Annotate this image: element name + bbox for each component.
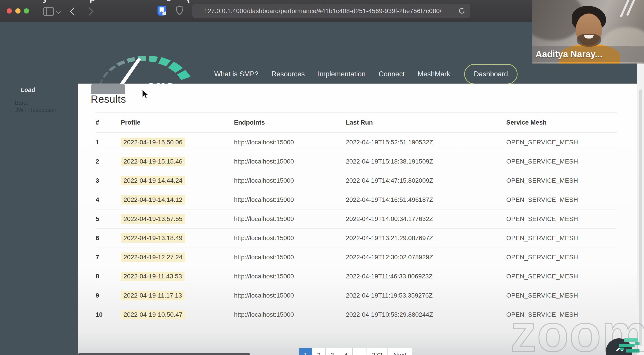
page-button-2[interactable]: 2 [312, 348, 326, 355]
table-header-row: # Profile Endpoints Last Run Service Mes… [96, 112, 617, 133]
profile-link[interactable]: 2022-04-19-15.15.46 [121, 157, 185, 166]
col-header-endpoints: Endpoints [234, 119, 346, 126]
screen: 127.0.0.1:4000/dashboard/performance/#41… [0, 0, 644, 355]
page-button-4[interactable]: 4 [339, 348, 352, 355]
dashboard-button[interactable]: Dashboard [464, 64, 518, 84]
vertical-scrollbar-thumb[interactable] [639, 89, 642, 346]
back-button[interactable] [70, 8, 78, 16]
profile-link[interactable]: 2022-04-19-14.44.24 [121, 176, 185, 185]
horizontal-scrollbar-thumb[interactable] [78, 353, 250, 355]
nav-connect[interactable]: Connect [379, 70, 404, 78]
page-button-1[interactable]: 1 [299, 348, 312, 355]
vertical-scrollbar[interactable] [637, 22, 644, 355]
table-row[interactable]: 9 2022-04-19-11.17.13 http://localhost:1… [96, 286, 617, 305]
sidebar-item-burst[interactable]: Burst [15, 100, 28, 106]
pagination: 1 2 3 4 272 Next [299, 348, 412, 355]
profile-link[interactable]: 2022-04-19-11.17.13 [121, 291, 184, 300]
nav-meshmark[interactable]: MeshMark [418, 70, 450, 78]
table-row[interactable]: 2 2022-04-19-15.15.46 http://localhost:1… [96, 152, 617, 171]
profile-link[interactable]: 2022-04-19-15.50.06 [121, 138, 185, 147]
shield-extension-icon[interactable] [176, 6, 184, 16]
title-fragment: ( [187, 0, 190, 3]
title-fragment: y [43, 0, 48, 3]
password-extension-icon[interactable] [158, 6, 166, 16]
participant-name: Aaditya Naray... [536, 49, 602, 59]
title-fragment: 6 [166, 0, 171, 3]
sidebar-item-jwt-revocation[interactable]: JWT Revocation [15, 107, 56, 113]
profile-link[interactable]: 2022-04-19-10.50.47 [121, 310, 185, 319]
nav-what-is-smp[interactable]: What is SMP? [214, 70, 258, 78]
mouse-cursor [141, 89, 151, 101]
main-nav: What is SMP? Resources Implementation Co… [214, 64, 518, 85]
participant-name-bar: Aaditya Naray... [532, 46, 644, 62]
table-row[interactable]: 8 2022-04-19-11.43.53 http://localhost:1… [96, 267, 617, 286]
page-button-3[interactable]: 3 [326, 348, 339, 355]
table-row[interactable]: 5 2022-04-19-13.57.55 http://localhost:1… [96, 209, 617, 229]
page-button-next[interactable]: Next [388, 348, 412, 355]
browser-sidebar-icon[interactable] [43, 7, 54, 16]
table-row[interactable]: 3 2022-04-19-14.44.24 http://localhost:1… [96, 171, 617, 190]
webcam-video-tile[interactable]: Aaditya Naray... [532, 0, 644, 64]
smp-s-logo-icon [619, 338, 640, 354]
col-header-lastrun: Last Run [346, 119, 506, 126]
chevron-down-icon[interactable] [56, 9, 61, 14]
profile-link[interactable]: 2022-04-19-14.14.12 [121, 195, 185, 205]
page-button-ellipsis[interactable] [352, 348, 367, 355]
profile-link[interactable]: 2022-04-19-13.57.55 [121, 214, 185, 224]
profile-link[interactable]: 2022-04-19-13.18.49 [121, 233, 185, 243]
table-row[interactable]: 4 2022-04-19-14.14.12 http://localhost:1… [96, 190, 617, 209]
col-header-profile: Profile [121, 119, 234, 126]
results-table: # Profile Endpoints Last Run Service Mes… [96, 112, 617, 324]
sidebar-item-load[interactable]: Load [21, 87, 35, 94]
close-window-button[interactable] [7, 8, 12, 14]
page-title: Results [91, 93, 126, 105]
url-text[interactable]: 127.0.0.1:4000/dashboard/performance/#41… [204, 8, 442, 15]
nav-resources[interactable]: Resources [271, 70, 305, 78]
col-header-mesh: Service Mesh [506, 119, 617, 126]
maximize-window-button[interactable] [24, 8, 29, 14]
reload-icon[interactable] [458, 7, 466, 16]
table-row[interactable]: 1 2022-04-19-15.50.06 http://localhost:1… [96, 133, 617, 152]
profile-link[interactable]: 2022-04-19-12.27.24 [121, 252, 185, 262]
title-fragment: p [90, 0, 95, 3]
forward-button [85, 8, 94, 16]
table-row[interactable]: 7 2022-04-19-12.27.24 http://localhost:1… [96, 248, 617, 267]
page-button-272[interactable]: 272 [366, 348, 388, 355]
lock-icon [162, 13, 166, 15]
minimize-window-button[interactable] [15, 8, 20, 14]
table-row[interactable]: 6 2022-04-19-13.18.49 http://localhost:1… [96, 229, 617, 248]
nav-implementation[interactable]: Implementation [318, 70, 366, 78]
address-bar[interactable]: 127.0.0.1:4000/dashboard/performance/#41… [192, 4, 470, 18]
profile-link[interactable]: 2022-04-19-11.43.53 [121, 272, 184, 281]
col-header-index: # [96, 119, 121, 126]
